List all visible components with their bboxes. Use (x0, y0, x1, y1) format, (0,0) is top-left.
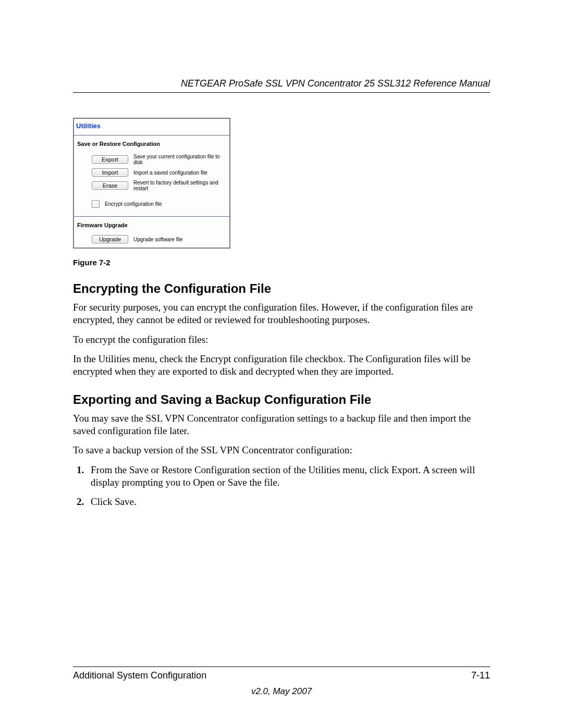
section-heading-exporting: Exporting and Saving a Backup Configurat… (73, 392, 490, 407)
upgrade-row: Upgrade Upgrade software file (74, 233, 229, 248)
encrypt-checkbox-label: Encrypt configuration file (105, 201, 162, 207)
upgrade-button[interactable]: Upgrade (92, 235, 128, 243)
encrypt-checkbox[interactable] (92, 200, 100, 208)
export-steps-list: From the Save or Restore Configuration s… (73, 464, 490, 508)
sec1-p1: For security purposes, you can encrypt t… (73, 301, 490, 326)
sec1-p2: To encrypt the configuration files: (73, 334, 490, 346)
footer-section-name: Additional System Configuration (73, 670, 206, 681)
erase-desc: Revert to factory default settings and r… (133, 180, 226, 191)
import-desc: Import a saved configuration file (133, 170, 207, 176)
sec1-p3: In the Utilities menu, check the Encrypt… (73, 353, 490, 378)
upgrade-desc: Upgrade software file (133, 237, 183, 242)
encrypt-checkbox-row: Encrypt configuration file (74, 193, 229, 216)
export-button[interactable]: Export (92, 155, 128, 164)
import-button[interactable]: Import (92, 168, 128, 177)
footer-page-number: 7-11 (471, 670, 490, 681)
export-row: Export Save your current configuration f… (74, 152, 229, 167)
footer-version: v2.0, May 2007 (73, 686, 490, 697)
utilities-panel-screenshot: Utilities Save or Restore Configuration … (73, 118, 230, 249)
firmware-upgrade-heading: Firmware Upgrade (74, 217, 229, 233)
erase-row: Erase Revert to factory default settings… (74, 178, 229, 193)
save-restore-heading: Save or Restore Configuration (74, 135, 229, 152)
section-heading-encrypting: Encrypting the Configuration File (73, 281, 490, 296)
export-step-2: Click Save. (87, 496, 490, 508)
sec2-p2: To save a backup version of the SSL VPN … (73, 444, 490, 456)
figure-caption: Figure 7-2 (73, 258, 490, 267)
export-step-1: From the Save or Restore Configuration s… (87, 464, 490, 489)
erase-button[interactable]: Erase (92, 181, 128, 190)
sec2-p1: You may save the SSL VPN Concentrator co… (73, 412, 490, 437)
utilities-panel-title: Utilities (74, 119, 229, 135)
import-row: Import Import a saved configuration file (74, 167, 229, 178)
document-header-title: NETGEAR ProSafe SSL VPN Concentrator 25 … (73, 78, 490, 89)
export-desc: Save your current configuration file to … (133, 154, 226, 165)
